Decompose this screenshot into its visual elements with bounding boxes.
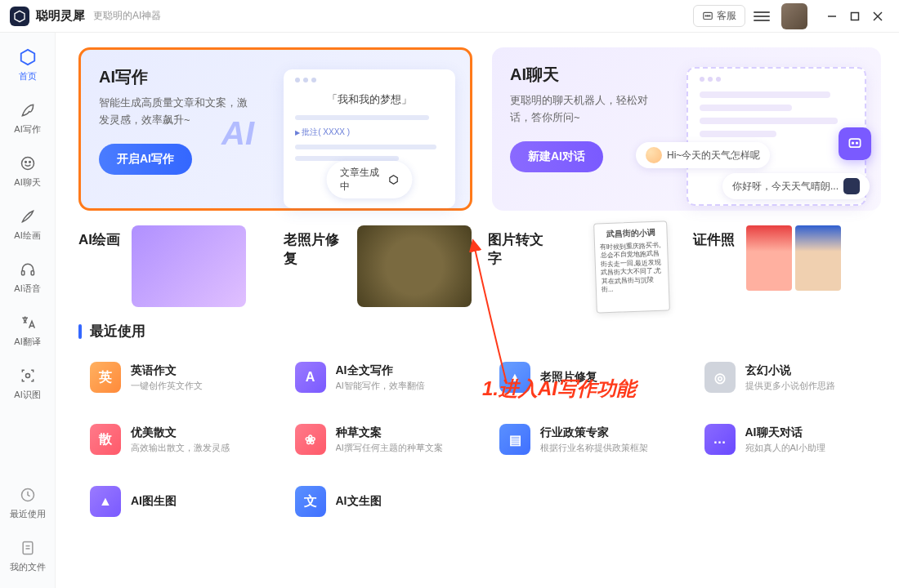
svg-point-2 — [705, 15, 706, 16]
hero-chat-desc: 更聪明的聊天机器人，轻松对话，答你所问~ — [510, 92, 665, 127]
tool-icon: … — [704, 424, 736, 455]
bubble-text: Hi~今天的天气怎样呢 — [667, 149, 760, 163]
sidebar-label: 我的文件 — [10, 561, 46, 573]
home-icon — [18, 47, 38, 67]
tool-desc: 高效输出散文，激发灵感 — [131, 442, 230, 454]
sidebar-item-ai-ocr[interactable]: AI识图 — [5, 359, 51, 408]
hex-icon — [387, 173, 399, 186]
sidebar-item-ai-voice[interactable]: AI语音 — [5, 253, 51, 301]
sidebar-item-home[interactable]: 首页 — [5, 41, 51, 89]
smile-icon — [18, 154, 38, 173]
svg-point-12 — [29, 162, 30, 163]
svg-rect-13 — [21, 271, 24, 275]
tool-card[interactable]: ◎ 玄幻小说 提供更多小说创作思路 — [693, 352, 882, 403]
write-topic: 「我和我的梦想」 — [295, 92, 444, 107]
write-preview-panel: 「我和我的梦想」 批注( XXXX ) 文章生成中 — [284, 69, 455, 208]
tool-name: 优美散文 — [131, 425, 230, 440]
clock-icon — [18, 485, 38, 505]
photo-thumbnail — [357, 225, 472, 307]
ocr-thumbnail: 武昌街的小调 有时候到重庆路买书,总会不自觉地跑武昌街去走一回,最近发现武昌街大… — [566, 225, 677, 307]
paint-thumbnail — [132, 225, 246, 307]
tool-icon: ◎ — [704, 362, 736, 393]
close-button[interactable] — [866, 5, 889, 28]
svg-point-4 — [709, 15, 710, 16]
tool-icon: 英 — [90, 362, 121, 393]
maximize-button[interactable] — [843, 5, 866, 28]
titlebar: 聪明灵犀 更聪明的AI神器 客服 — [0, 0, 899, 33]
sidebar: 首页 AI写作 AI聊天 AI绘画 AI语音 AI翻译 AI识图 最 — [0, 33, 56, 588]
sidebar-item-files[interactable]: 我的文件 — [5, 532, 51, 580]
tool-name: AI文生图 — [336, 494, 382, 509]
customer-service-label: 客服 — [717, 9, 736, 23]
user-avatar[interactable] — [781, 3, 807, 29]
hero-ai-chat-card[interactable]: AI聊天 更聪明的聊天机器人，轻松对话，答你所问~ 新建AI对话 — [492, 47, 881, 211]
minimize-button[interactable] — [821, 5, 843, 28]
tool-name: 英语作文 — [131, 363, 203, 378]
tool-name: 种草文案 — [336, 425, 443, 440]
sidebar-label: AI语音 — [14, 283, 40, 295]
main-content: AI写作 智能生成高质量文章和文案，激发灵感，效率飙升~ 开启AI写作 AI 「… — [56, 33, 899, 588]
hamburger-menu-icon[interactable] — [754, 8, 770, 24]
feature-title: 证件照 — [693, 225, 735, 249]
customer-service-button[interactable]: 客服 — [693, 5, 745, 27]
feature-photo-restore[interactable]: 老照片修复 — [284, 225, 472, 307]
app-logo-icon — [10, 7, 29, 26]
tool-name: AI全文写作 — [336, 363, 425, 378]
sidebar-item-recent[interactable]: 最近使用 — [5, 479, 51, 527]
tool-desc: AI智能写作，效率翻倍 — [336, 380, 425, 392]
tool-name: 行业政策专家 — [540, 425, 648, 440]
tool-name: 老照片修复 — [540, 370, 597, 385]
recent-section-title: 最近使用 — [78, 322, 881, 341]
sidebar-item-ai-paint[interactable]: AI绘画 — [5, 200, 51, 248]
tool-card[interactable]: 英 英语作文 一键创作英文作文 — [78, 352, 267, 403]
app-tagline: 更聪明的AI神器 — [93, 9, 161, 23]
sidebar-item-ai-write[interactable]: AI写作 — [5, 94, 51, 142]
hero-ai-write-card[interactable]: AI写作 智能生成高质量文章和文案，激发灵感，效率飙升~ 开启AI写作 AI 「… — [78, 47, 472, 211]
chat-float-icon — [839, 127, 871, 160]
feature-ai-paint[interactable]: AI绘画 — [78, 225, 267, 307]
feature-title: 老照片修复 — [284, 225, 347, 268]
start-ai-write-button[interactable]: 开启AI写作 — [99, 144, 192, 175]
sidebar-label: AI聊天 — [14, 176, 40, 189]
tool-desc: 一键创作英文作文 — [131, 380, 203, 392]
id-photo-thumbnail — [746, 225, 841, 291]
svg-rect-17 — [23, 542, 33, 555]
tool-card[interactable]: ❀ 种草文案 AI撰写任何主题的种草文案 — [284, 414, 472, 465]
tool-card[interactable]: 散 优美散文 高效输出散文，激发灵感 — [78, 414, 267, 465]
file-icon — [18, 538, 38, 558]
sidebar-item-ai-chat[interactable]: AI聊天 — [5, 147, 51, 195]
tool-icon: A — [295, 362, 326, 393]
sidebar-label: AI绘画 — [14, 229, 40, 242]
new-ai-chat-button[interactable]: 新建AI对话 — [510, 141, 603, 172]
generating-label: 文章生成中 — [340, 166, 383, 194]
svg-marker-0 — [15, 11, 25, 21]
avatar-icon — [646, 147, 662, 163]
headphone-icon — [18, 260, 38, 279]
translate-icon — [18, 313, 38, 332]
feature-title: AI绘画 — [78, 225, 120, 249]
svg-rect-14 — [31, 271, 34, 275]
tool-icon: ▲ — [90, 486, 121, 517]
tool-name: 玄幻小说 — [745, 363, 835, 378]
ai-letters-icon: AI — [221, 115, 254, 152]
sidebar-label: 最近使用 — [10, 508, 46, 520]
tool-card[interactable]: ▤ 行业政策专家 根据行业名称提供政策框架 — [488, 414, 677, 465]
tool-name: AI聊天对话 — [745, 425, 825, 440]
feature-id-photo[interactable]: 证件照 — [693, 225, 882, 307]
chat-bubble-icon — [702, 11, 713, 22]
sidebar-item-ai-translate[interactable]: AI翻译 — [5, 306, 51, 354]
recent-tools-grid: 英 英语作文 一键创作英文作文 A AI全文写作 AI智能写作，效率翻倍 ▲ 老… — [78, 352, 881, 527]
svg-rect-6 — [852, 12, 859, 20]
tool-card[interactable]: … AI聊天对话 宛如真人的AI小助理 — [693, 414, 882, 465]
tool-card[interactable]: A AI全文写作 AI智能写作，效率翻倍 — [284, 352, 472, 403]
tool-icon: ▤ — [499, 424, 530, 455]
ocr-sample-body: 有时候到重庆路买书,总会不自觉地跑武昌街去走一回,最近发现武昌街大大不同了,尤其… — [599, 242, 663, 295]
generating-pill: 文章生成中 — [327, 161, 413, 198]
feature-ocr[interactable]: 图片转文字 武昌街的小调 有时候到重庆路买书,总会不自觉地跑武昌街去走一回,最近… — [488, 225, 677, 307]
tool-card[interactable]: ▲ AI图生图 — [78, 476, 267, 527]
tool-card[interactable]: 文 AI文生图 — [284, 476, 472, 527]
tool-card[interactable]: ▲ 老照片修复 — [488, 352, 677, 403]
ocr-sample-title: 武昌街的小调 — [599, 227, 661, 241]
ai-avatar-icon — [843, 178, 860, 194]
sidebar-label: 首页 — [19, 70, 37, 82]
